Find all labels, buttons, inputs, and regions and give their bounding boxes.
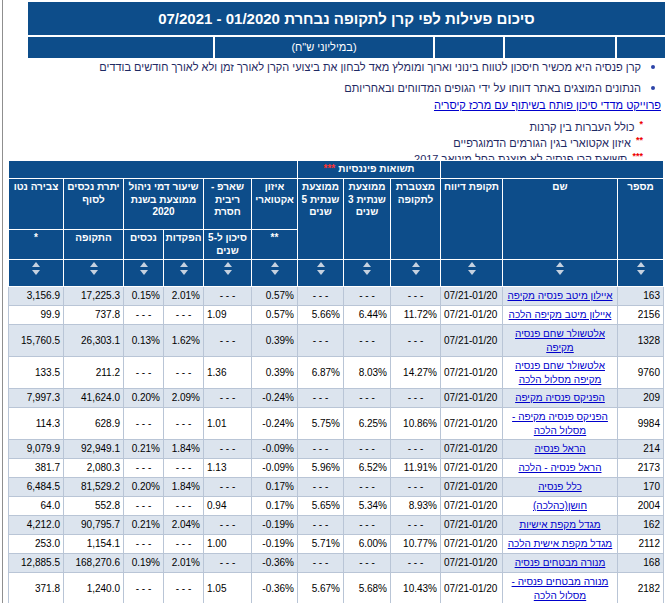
fund-name-cell: מגדל מקפת אישית הלכה bbox=[503, 535, 618, 554]
assets-balance-cell: 211.2 bbox=[64, 357, 124, 389]
sort-icon[interactable] bbox=[636, 262, 646, 275]
fund-name-link[interactable]: אלטשולר שחם פנסיה מקיפה מסלול הלכה bbox=[515, 360, 605, 385]
title-bar: סיכום פעילות לפי קרן לתקופה נבחרת 01/202… bbox=[28, 2, 665, 58]
fund-number-cell: 9760 bbox=[618, 357, 664, 389]
actuarial-balance-cell: -0.09% bbox=[252, 440, 298, 459]
cumulative-return-cell: 11.91% bbox=[391, 459, 441, 478]
fund-name-cell: אלטשולר שחם פנסיה מקיפה מסלול הלכה bbox=[503, 357, 618, 389]
sort-cell-cumulative bbox=[391, 260, 441, 287]
fund-name-link[interactable]: איילון מיטב מקיפה הלכה bbox=[509, 309, 612, 320]
assets-balance-cell: 1,240.0 bbox=[64, 573, 124, 603]
assets-balance-cell: 92,949.1 bbox=[64, 440, 124, 459]
avg3-return-cell: - - - bbox=[344, 389, 391, 408]
fund-name-link[interactable]: מנורה מבטחים פנסיה - מסלול הלכה bbox=[512, 576, 609, 601]
col-subheader-actuarial-marker: ** bbox=[252, 230, 298, 260]
fund-number-cell: 168 bbox=[618, 554, 664, 573]
fund-name-cell: מנורה מבטחים פנסיה - מסלול הלכה bbox=[503, 573, 618, 603]
actuarial-balance-cell: -0.36% bbox=[252, 573, 298, 603]
sort-icon[interactable] bbox=[270, 262, 280, 275]
table-row: 163 איילון מיטב פנסיה מקיפה 07/21-01/20 … bbox=[9, 287, 664, 306]
cumulative-return-cell: - - - bbox=[391, 389, 441, 408]
sharpe-cell: 1.13 bbox=[204, 459, 252, 478]
report-period-cell: 07/21-01/20 bbox=[441, 440, 503, 459]
cumulative-return-cell: 11.72% bbox=[391, 306, 441, 325]
table-row: 1328 אלטשולר שחם פנסיה מקיפה 07/21-01/20… bbox=[9, 325, 664, 357]
sort-icon[interactable] bbox=[139, 262, 149, 275]
cumulative-return-cell: - - - bbox=[391, 287, 441, 306]
bullet-icon bbox=[651, 86, 655, 90]
fund-name-link[interactable]: הפניקס פנסיה מקיפה bbox=[515, 392, 605, 403]
col-header-number: מספר bbox=[618, 179, 664, 260]
asterisk-marker: ** bbox=[636, 135, 643, 145]
fund-name-cell: חושן(כהלכה) bbox=[503, 497, 618, 516]
sort-icon[interactable] bbox=[467, 262, 477, 275]
fund-name-link[interactable]: כלל פנסיה bbox=[538, 481, 582, 492]
risk-project-link[interactable]: פרוייקט מדדי סיכון פותח בשיתוף עם מרכז ק… bbox=[434, 99, 661, 111]
actuarial-balance-cell: 0.57% bbox=[252, 287, 298, 306]
table-row: 170 כלל פנסיה 07/21-01/20 - - - - - - - … bbox=[9, 478, 664, 497]
fund-name-link[interactable]: מגדל מקפת אישיות bbox=[519, 519, 600, 530]
fund-name-link[interactable]: הפניקס פנסיה מקיפה - מסלול הלכה bbox=[512, 411, 608, 436]
fee-deposits-cell: 1.84% bbox=[164, 440, 204, 459]
sharpe-cell: 0.94 bbox=[204, 497, 252, 516]
assets-balance-cell: 41,624.0 bbox=[64, 389, 124, 408]
sort-icon[interactable] bbox=[411, 262, 421, 275]
title-subrow-cell bbox=[503, 37, 615, 58]
returns-group-marker: *** bbox=[324, 163, 336, 174]
fund-number-cell: 1328 bbox=[618, 325, 664, 357]
net-accumulation-cell: 133.5 bbox=[9, 357, 64, 389]
bullet-icon bbox=[651, 65, 655, 69]
avg5-return-cell: 6.87% bbox=[298, 357, 344, 389]
col-subheader-fees-assets: נכסים bbox=[124, 230, 164, 260]
assets-balance-cell: 90,795.7 bbox=[64, 516, 124, 535]
report-period-cell: 07/21-01/20 bbox=[441, 535, 503, 554]
col-header-actuarial: איזון אקטוארי bbox=[252, 179, 298, 230]
sort-icon[interactable] bbox=[89, 262, 99, 275]
cumulative-return-cell: - - - bbox=[391, 478, 441, 497]
fund-name-link[interactable]: אלטשולר שחם פנסיה מקיפה bbox=[515, 328, 605, 353]
fund-name-link[interactable]: מגדל מקפת אישית הלכה bbox=[508, 538, 612, 549]
fund-name-link[interactable]: חושן(כהלכה) bbox=[533, 500, 587, 511]
avg5-return-cell: - - - bbox=[298, 287, 344, 306]
sort-icon[interactable] bbox=[316, 262, 326, 275]
assets-balance-cell: 737.8 bbox=[64, 306, 124, 325]
table-row: 9760 אלטשולר שחם פנסיה מקיפה מסלול הלכה … bbox=[9, 357, 664, 389]
fund-name-link[interactable]: מנורה מבטחים פנסיה bbox=[515, 557, 606, 568]
sharpe-cell: - - - bbox=[204, 478, 252, 497]
col-subheader-sharpe: סיכון ל-5 שנים bbox=[204, 230, 252, 260]
title-subrow-cell bbox=[615, 37, 665, 58]
net-accumulation-cell: 9,079.9 bbox=[9, 440, 64, 459]
sharpe-cell: - - - bbox=[204, 440, 252, 459]
assets-balance-cell: 17,225.3 bbox=[64, 287, 124, 306]
note-text: הנתונים המוצגים באתר דווחו על ידי הגופים… bbox=[344, 82, 641, 94]
sort-cell-actuarial bbox=[252, 260, 298, 287]
sort-icon[interactable] bbox=[179, 262, 189, 275]
col-header-cumulative: מצטברת לתקופה bbox=[391, 179, 441, 260]
fund-name-link[interactable]: הראל פנסיה - הלכה bbox=[518, 462, 601, 473]
avg5-return-cell: - - - bbox=[298, 516, 344, 535]
sort-icon[interactable] bbox=[362, 262, 372, 275]
note-item: הנתונים המוצגים באתר דווחו על ידי הגופים… bbox=[10, 82, 655, 94]
sort-icon[interactable] bbox=[31, 262, 41, 275]
avg3-return-cell: 5.34% bbox=[344, 497, 391, 516]
net-accumulation-cell: 12,885.5 bbox=[9, 554, 64, 573]
sort-cell-net bbox=[9, 260, 64, 287]
sharpe-cell: - - - bbox=[204, 287, 252, 306]
avg5-return-cell: 5.67% bbox=[298, 573, 344, 603]
avg5-return-cell: 5.75% bbox=[298, 408, 344, 440]
actuarial-balance-cell: 0.39% bbox=[252, 325, 298, 357]
fund-name-link[interactable]: איילון מיטב פנסיה מקיפה bbox=[507, 290, 612, 301]
footnote-line: **איזון אקטוארי בגין הגורמים הדמוגרפיים bbox=[414, 132, 643, 148]
fund-name-link[interactable]: הראל פנסיה bbox=[534, 443, 585, 454]
sort-icon[interactable] bbox=[223, 262, 233, 275]
fee-assets-cell: 0.20% bbox=[124, 389, 164, 408]
net-accumulation-cell: 3,156.9 bbox=[9, 287, 64, 306]
sort-cell-sharpe bbox=[204, 260, 252, 287]
sort-icon[interactable] bbox=[555, 262, 565, 275]
avg5-return-cell: 5.96% bbox=[298, 459, 344, 478]
funds-table: תשואות פיננסיות*** מספר שם תקופת דיווח מ… bbox=[8, 160, 664, 603]
actuarial-balance-cell: -0.24% bbox=[252, 389, 298, 408]
fee-deposits-cell: - - - bbox=[164, 306, 204, 325]
table-row: 2173 הראל פנסיה - הלכה 07/21-01/20 11.91… bbox=[9, 459, 664, 478]
col-header-assets: יתרת נכסים לסוף bbox=[64, 179, 124, 230]
